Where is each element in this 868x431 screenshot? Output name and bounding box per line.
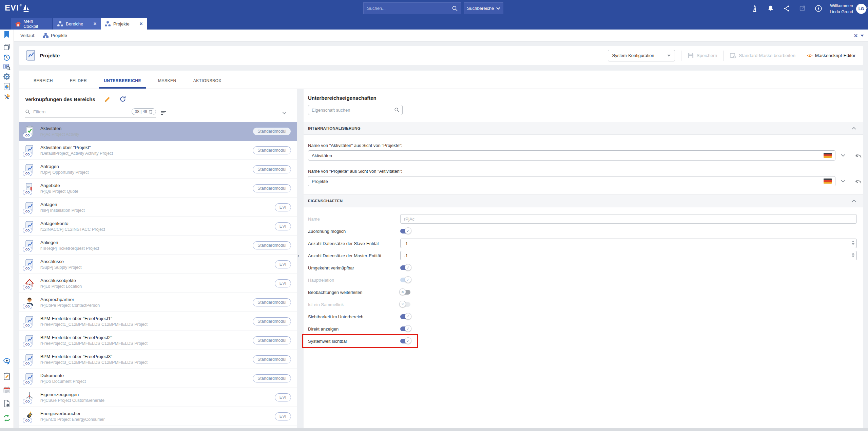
property-label: Hauptrelation xyxy=(308,278,400,283)
link-list-item[interactable]: CO Anfragen rOpPj Opportunity Project St… xyxy=(19,160,297,179)
link-list-item[interactable]: CO BPM-Freifelder über "FreeProject3" rF… xyxy=(19,350,297,369)
link-code: rSupPj Supply Project xyxy=(40,265,82,270)
number-spinner[interactable] xyxy=(852,241,854,245)
sync-icon[interactable] xyxy=(3,414,11,422)
toggle-switch[interactable] xyxy=(400,326,410,331)
toggle-switch[interactable] xyxy=(400,278,410,282)
search-icon[interactable] xyxy=(452,5,458,12)
clipboard-edit-icon[interactable] xyxy=(3,372,11,380)
window-tab[interactable]: Projekte xyxy=(101,18,147,30)
module-badge: EVI xyxy=(275,222,291,230)
toolbar-divider xyxy=(681,51,681,61)
link-list-item[interactable]: CO Anlagenkonto r12INACCPj C12INSTACC Pr… xyxy=(19,217,297,236)
link-code: rFreeProject1_C12BPMFIELDS C12BPMFIELDS … xyxy=(40,322,148,327)
link-list-item[interactable]: CO BPM-Freifelder über "FreeProject1" rF… xyxy=(19,312,297,331)
global-search-input[interactable] xyxy=(364,6,452,11)
count-badge[interactable]: 38 | 49 xyxy=(132,108,156,115)
number-spinner[interactable] xyxy=(852,253,854,257)
home-icon xyxy=(15,21,21,26)
link-list-item[interactable]: CO Aktivitäten über "Projekt" rDefaultPr… xyxy=(19,141,297,160)
window-tab[interactable]: Mein Cockpit xyxy=(11,18,52,30)
list-search-icon[interactable] xyxy=(3,63,11,71)
mask-script-editor-button[interactable]: Maskenskript-Editor xyxy=(807,53,855,58)
i18n-name-input[interactable] xyxy=(308,153,835,158)
tools-icon[interactable] xyxy=(3,93,11,101)
sort-icon[interactable] xyxy=(161,111,167,115)
notifications-bell-icon[interactable] xyxy=(766,4,775,13)
link-list-item[interactable]: CO Anschlussobjekte rPjLo Project Locati… xyxy=(19,274,297,293)
report-pie-icon[interactable] xyxy=(3,82,11,91)
window-tab[interactable]: Bereiche xyxy=(53,18,101,30)
open-external-icon[interactable] xyxy=(798,4,807,13)
calendar-icon[interactable] xyxy=(3,386,11,394)
eye-favorite-icon[interactable] xyxy=(3,357,11,366)
module-icon: CO xyxy=(25,202,35,213)
close-tab-icon[interactable] xyxy=(139,21,143,26)
close-tab-icon[interactable] xyxy=(93,21,97,26)
property-search-input[interactable] xyxy=(308,108,402,113)
toggle-knob xyxy=(405,276,411,283)
toggle-knob xyxy=(399,301,406,307)
toggle-knob xyxy=(399,288,406,295)
search-icon[interactable] xyxy=(394,107,400,113)
undo-icon[interactable] xyxy=(854,153,862,158)
link-list-item[interactable]: CO Ansprechpartner rPjCoPe Project Conta… xyxy=(19,293,297,312)
link-code: rPjEnCo Project EnergyConsumer xyxy=(40,417,105,422)
refresh-icon[interactable] xyxy=(119,96,126,102)
link-name: Anlagen xyxy=(40,202,85,207)
close-history-icon[interactable] xyxy=(854,33,858,38)
toggle-switch[interactable] xyxy=(400,302,410,307)
user-menu-chevron-icon[interactable] xyxy=(863,7,868,10)
panel-collapse-handle[interactable] xyxy=(297,252,300,259)
link-list-item[interactable]: CO Aktivitäten rPjAc Project Activity St… xyxy=(19,122,297,141)
edit-default-mask-button[interactable]: Standard-Maske bearbeiten xyxy=(730,52,795,59)
breadcrumb-item[interactable]: Projekte xyxy=(43,33,67,38)
link-list-item[interactable]: CO Dokumente rPjDo Document Project Stan… xyxy=(19,369,297,388)
link-list-item[interactable]: CO Anlagen rIsPj Installation Project EV… xyxy=(19,198,297,217)
language-select-chevron-icon[interactable] xyxy=(841,154,845,157)
share-icon[interactable] xyxy=(782,4,791,13)
link-list-item[interactable]: CO Anschlüsse rSupPj Supply Project EVI xyxy=(19,255,297,274)
section-tab[interactable]: MASKEN xyxy=(153,78,181,89)
collapse-list-chevron-icon[interactable] xyxy=(282,112,287,114)
link-name: BPM-Freifelder über "FreeProject1" xyxy=(40,316,148,321)
link-list-item[interactable]: CO Anliegen rTiReqPj TicketRequest Proje… xyxy=(19,236,297,255)
lighthouse-icon[interactable] xyxy=(750,4,759,13)
section-tab[interactable]: UNTERBEREICHE xyxy=(99,78,146,89)
floppy-icon xyxy=(688,52,694,59)
section-tab[interactable]: BEREICH xyxy=(29,78,58,89)
filter-input[interactable] xyxy=(33,109,129,115)
toggle-switch[interactable] xyxy=(400,229,410,233)
config-dropdown[interactable]: System-Konfiguration xyxy=(608,50,675,61)
panel-gap xyxy=(297,89,304,428)
toggle-switch[interactable] xyxy=(400,314,410,319)
property-input[interactable] xyxy=(400,251,857,260)
bookmark-icon[interactable] xyxy=(3,31,11,39)
link-list-item[interactable]: CO BPM-Freifelder über "FreeProject2" rF… xyxy=(19,331,297,350)
document-gear-icon[interactable] xyxy=(3,399,11,408)
property-input[interactable] xyxy=(400,214,857,224)
section-tab[interactable]: AKTIONSBOX xyxy=(189,78,226,89)
link-list-item[interactable]: CO Eigenerzeugungen rPjCuGe Project Cust… xyxy=(19,388,297,407)
section-tab[interactable]: FELDER xyxy=(65,78,92,89)
link-list-item[interactable]: CO Angebote rPjQu Project Quote Standard… xyxy=(19,179,297,198)
window-stack-icon[interactable] xyxy=(3,43,11,51)
history-menu-caret-icon[interactable] xyxy=(861,35,864,37)
section-eigenschaften[interactable]: EIGENSCHAFTEN xyxy=(304,194,863,207)
property-row: Zuordnung möglich xyxy=(308,225,863,237)
link-list-item[interactable]: CO Energieverbraucher rPjEnCo Project En… xyxy=(19,407,297,426)
toggle-switch[interactable] xyxy=(400,265,410,270)
settings-gear-icon[interactable] xyxy=(3,73,11,81)
toggle-switch[interactable] xyxy=(400,339,410,343)
edit-pencil-icon[interactable] xyxy=(104,96,111,102)
german-flag-icon xyxy=(824,179,832,184)
i18n-name-input[interactable] xyxy=(308,179,835,184)
property-input[interactable] xyxy=(400,239,857,248)
save-button[interactable]: Speichern xyxy=(688,52,717,59)
language-select-chevron-icon[interactable] xyxy=(841,180,845,183)
section-internationalisierung[interactable]: INTERNATIONALISIERUNG xyxy=(304,122,863,135)
search-scope-dropdown[interactable]: Suchbereiche xyxy=(464,2,503,14)
toggle-switch[interactable] xyxy=(400,290,410,295)
history-icon[interactable] xyxy=(3,53,11,61)
undo-icon[interactable] xyxy=(854,179,862,184)
